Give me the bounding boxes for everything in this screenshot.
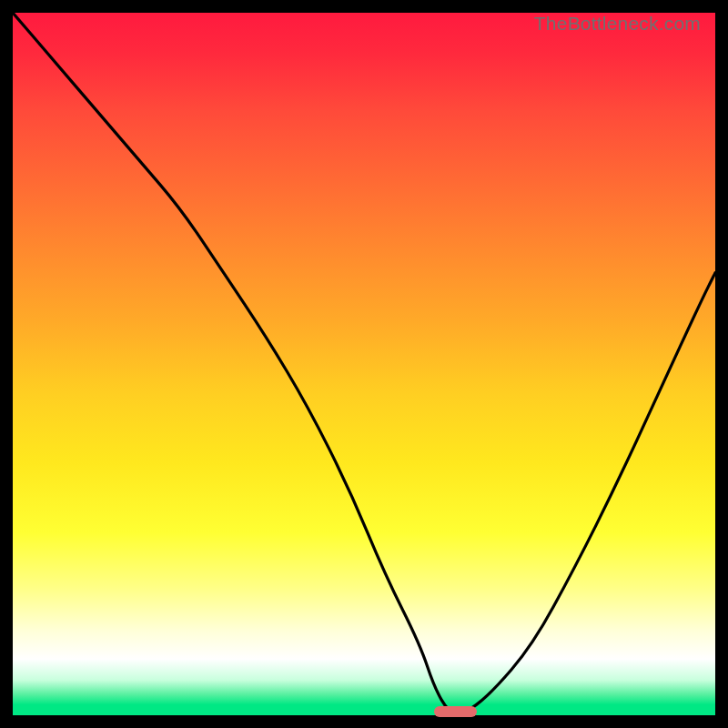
optimal-range-marker bbox=[434, 706, 476, 717]
chart-frame: TheBottleneck.com bbox=[0, 0, 728, 728]
plot-area: TheBottleneck.com bbox=[13, 13, 715, 715]
bottleneck-curve bbox=[13, 13, 715, 715]
